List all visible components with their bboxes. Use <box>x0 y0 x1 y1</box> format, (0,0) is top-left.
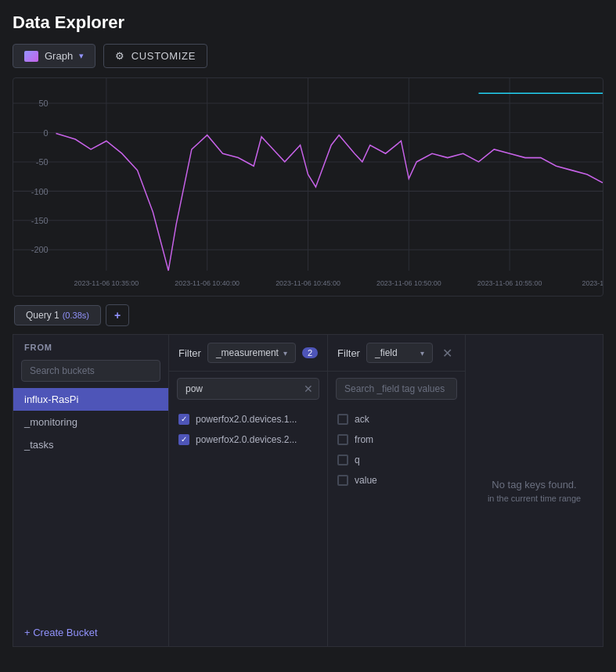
svg-text:2023-11-06 10:50:00: 2023-11-06 10:50:00 <box>376 279 441 287</box>
filter-badge-1: 2 <box>302 347 318 358</box>
chevron-down-icon: ▾ <box>283 349 287 358</box>
no-tag-title: No tag keys found. <box>492 479 576 491</box>
field-dropdown-label: _field <box>375 347 398 358</box>
filter-item-label-powerfox1: powerfox2.0.devices.1... <box>196 414 297 425</box>
query-tab-label: Query 1 <box>26 310 59 321</box>
query-tabs: Query 1 (0.38s) + <box>13 304 603 326</box>
close-filter-icon[interactable]: ✕ <box>439 346 456 361</box>
svg-text:-200: -200 <box>31 245 49 254</box>
query-tab-1[interactable]: Query 1 (0.38s) <box>14 305 101 325</box>
filter-checkbox-value[interactable] <box>337 475 348 486</box>
svg-text:2023-11-06 10:35:00: 2023-11-06 10:35:00 <box>74 279 139 287</box>
svg-text:-150: -150 <box>31 216 49 225</box>
customize-button[interactable]: ⚙ CUSTOMIZE <box>103 44 207 68</box>
graph-type-button[interactable]: Graph ▾ <box>13 44 95 68</box>
tag-panel: No tag keys found. in the current time r… <box>466 334 603 647</box>
filter-panel-measurement: Filter _measurement ▾ 2 ✕ powerfox2.0.de… <box>169 334 328 647</box>
filter-header-1: Filter _measurement ▾ 2 <box>169 335 327 372</box>
no-tag-subtitle: in the current time range <box>488 494 581 503</box>
toolbar: Graph ▾ ⚙ CUSTOMIZE <box>13 44 603 68</box>
search-buckets-input[interactable] <box>21 360 160 382</box>
measurement-search-input[interactable] <box>177 378 319 400</box>
filter-item-label-q: q <box>355 455 360 465</box>
measurement-filter-items: powerfox2.0.devices.1... powerfox2.0.dev… <box>169 406 327 646</box>
graph-icon <box>24 51 38 62</box>
filter-panel-field: Filter _field ▾ ✕ ack from <box>328 334 466 647</box>
panels-row: FROM influx-RasPi _monitoring _tasks + C… <box>13 334 603 647</box>
field-filter-items: ack from q value <box>328 406 465 646</box>
filter-item-powerfox1[interactable]: powerfox2.0.devices.1... <box>169 409 327 429</box>
filter-item-from[interactable]: from <box>328 429 465 450</box>
filter-checkbox-q[interactable] <box>337 455 348 465</box>
graph-label: Graph <box>45 50 73 62</box>
measurement-dropdown[interactable]: _measurement ▾ <box>207 343 296 363</box>
bucket-item-monitoring[interactable]: _monitoring <box>13 411 168 433</box>
filter-item-powerfox2[interactable]: powerfox2.0.devices.2... <box>169 429 327 450</box>
filter-checkbox-powerfox1[interactable] <box>178 414 189 425</box>
chevron-down-icon: ▾ <box>79 51 84 61</box>
filter-checkbox-powerfox2[interactable] <box>178 434 189 445</box>
bucket-item-influx-raspi[interactable]: influx-RasPi <box>13 388 168 411</box>
field-search-input[interactable] <box>336 378 457 400</box>
svg-text:-100: -100 <box>31 186 49 196</box>
filter-item-ack[interactable]: ack <box>328 409 465 429</box>
customize-label: CUSTOMIZE <box>131 50 196 62</box>
bucket-list: influx-RasPi _monitoring _tasks <box>13 388 168 619</box>
filter-item-label-powerfox2: powerfox2.0.devices.2... <box>196 434 297 445</box>
no-tag-message: No tag keys found. in the current time r… <box>466 335 603 646</box>
svg-text:2023-11-...: 2023-11-... <box>582 279 603 287</box>
from-label: FROM <box>13 335 168 357</box>
filter-item-q[interactable]: q <box>328 450 465 470</box>
chart-svg: 50 0 -50 -100 -150 -200 2023-11-06 10:35… <box>13 78 603 296</box>
filter-checkbox-from[interactable] <box>337 434 348 445</box>
filter-title-1: Filter <box>178 347 201 359</box>
svg-text:2023-11-06 10:45:00: 2023-11-06 10:45:00 <box>276 279 340 287</box>
svg-text:0: 0 <box>44 128 49 137</box>
chart-area: 50 0 -50 -100 -150 -200 2023-11-06 10:35… <box>13 77 603 296</box>
filter-item-value[interactable]: value <box>328 470 465 491</box>
svg-text:2023-11-06 10:55:00: 2023-11-06 10:55:00 <box>477 279 542 287</box>
bucket-item-tasks[interactable]: _tasks <box>13 433 168 456</box>
svg-text:2023-11-06 10:40:00: 2023-11-06 10:40:00 <box>175 279 240 287</box>
clear-search-icon[interactable]: ✕ <box>304 383 313 395</box>
svg-text:50: 50 <box>38 99 48 108</box>
query-timing: (0.38s) <box>63 311 89 320</box>
filter-title-2: Filter <box>337 347 360 359</box>
from-panel: FROM influx-RasPi _monitoring _tasks + C… <box>13 334 169 647</box>
filter-header-2: Filter _field ▾ ✕ <box>328 335 465 372</box>
filter-item-label-value: value <box>355 475 377 486</box>
measurement-dropdown-label: _measurement <box>216 347 279 358</box>
gear-icon: ⚙ <box>115 50 125 62</box>
filter-item-label-from: from <box>355 434 373 445</box>
add-query-button[interactable]: + <box>106 304 129 326</box>
field-dropdown[interactable]: _field ▾ <box>366 343 433 363</box>
filter-search-wrap-1: ✕ <box>169 372 327 406</box>
chevron-down-icon: ▾ <box>420 349 424 358</box>
filter-checkbox-ack[interactable] <box>337 414 348 425</box>
filter-search-wrap-2 <box>328 372 465 406</box>
page-title: Data Explorer <box>13 13 603 33</box>
filter-item-label-ack: ack <box>355 414 369 425</box>
create-bucket-button[interactable]: + Create Bucket <box>13 619 168 646</box>
svg-text:-50: -50 <box>36 157 49 167</box>
